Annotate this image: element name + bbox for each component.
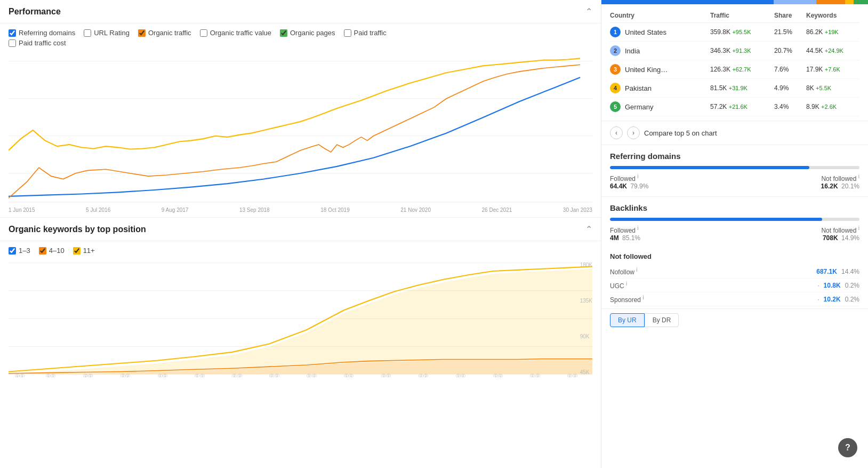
cb-organic-value[interactable]: Organic traffic value <box>200 29 271 37</box>
cb-referring-domains-input[interactable] <box>9 29 16 37</box>
cb-4-10-label: 4–10 <box>49 247 65 255</box>
cb-11plus-label: 11+ <box>83 247 95 255</box>
cb-organic-traffic[interactable]: Organic traffic <box>138 29 191 37</box>
kw-us: 86.2K +19K <box>806 28 859 36</box>
table-header: Country Traffic Share Keywords <box>610 9 859 23</box>
nf-ugc-label: UGC i <box>610 281 627 290</box>
svg-text:ⓖⓖ: ⓖⓖ <box>83 373 93 377</box>
cb-url-rating-input[interactable] <box>84 29 91 37</box>
cb-paid-cost-label: Paid traffic cost <box>19 39 66 47</box>
col-country: Country <box>610 12 710 19</box>
ref-followed-pct: 79.9% <box>630 183 648 190</box>
ref-followed-label: Followed i <box>610 175 639 183</box>
cb-1-3-input[interactable] <box>9 247 16 255</box>
kw-svg: ⓖⓖ ⓖⓖ ⓖⓖ ⓖⓖ ⓖⓖ ⓖⓖ ⓖⓖ ⓖⓖ ⓖⓖ ⓖⓖ ⓖⓖ ⓖⓖ ⓖⓖ ⓖ… <box>9 260 592 377</box>
col-traffic: Traffic <box>710 12 774 19</box>
backlinks-progress-fill <box>610 218 822 221</box>
badge-de: 5 <box>610 101 621 112</box>
svg-text:ⓖⓖ: ⓖⓖ <box>493 373 503 377</box>
traffic-us: 359.8K +95.5K <box>710 28 774 36</box>
country-cell-pk: 4 Pakistan <box>610 83 710 93</box>
by-dr-button[interactable]: By DR <box>645 313 679 327</box>
organic-keywords-section: Organic keywords by top position ⌃ 1–3 4… <box>0 217 601 377</box>
table-row: 2 India 346.3K +91.3K 20.7% 44.5K +24.9K <box>610 42 859 60</box>
country-name-in: India <box>625 47 640 55</box>
cb-11plus-input[interactable] <box>73 247 81 255</box>
x-label-8: 30 Jan 2023 <box>563 207 592 213</box>
help-button[interactable]: ? <box>838 438 857 457</box>
nf-ugc-info[interactable]: i <box>626 281 627 287</box>
cb-1-3[interactable]: 1–3 <box>9 247 30 255</box>
x-label-5: 18 Oct 2019 <box>320 207 349 213</box>
ref-notfollowed-info-icon[interactable]: i <box>858 173 859 179</box>
cb-paid-traffic-label: Paid traffic <box>354 29 387 37</box>
country-name-us: United States <box>625 28 666 36</box>
by-ur-button[interactable]: By UR <box>610 313 645 327</box>
cb-organic-pages[interactable]: Organic pages <box>280 29 335 37</box>
ref-followed-info-icon[interactable]: i <box>637 173 638 179</box>
country-name-de: Germany <box>625 103 653 111</box>
organic-keywords-header: Organic keywords by top position ⌃ <box>0 218 601 241</box>
y-label-180k: 180K <box>580 262 592 268</box>
nf-nofollow-info[interactable]: i <box>636 267 637 273</box>
backlinks-section: Backlinks Followed i 4M 85.1% Not follow… <box>601 196 868 248</box>
nf-nofollow-pct: 14.4% <box>841 268 859 275</box>
performance-title: Performance <box>9 7 61 17</box>
nf-sponsored-dot: · <box>817 296 819 303</box>
badge-pk: 4 <box>610 83 621 93</box>
bl-followed-info-icon[interactable]: i <box>637 225 638 231</box>
bl-followed-pct: 85.1% <box>622 234 640 242</box>
x-label-1: 1 Jun 2015 <box>9 207 35 213</box>
share-uk: 7.6% <box>774 66 806 73</box>
next-button[interactable]: › <box>627 126 640 139</box>
referring-domains-section: Referring domains Followed i 64.4K 79.9%… <box>601 145 868 196</box>
organic-keywords-chart: 180K 135K 90K 45K ⓖⓖ ⓖⓖ ⓖⓖ <box>0 260 601 377</box>
organic-collapse-icon[interactable]: ⌃ <box>585 224 592 234</box>
table-row: 4 Pakistan 81.5K +31.9K 4.9% 8K +5.5K <box>610 79 859 98</box>
right-panel: Country Traffic Share Keywords 1 United … <box>601 0 868 468</box>
ref-domains-progress-bg <box>610 166 859 169</box>
table-row: 5 Germany 57.2K +21.6K 3.4% 8.9K +2.6K <box>610 98 859 116</box>
backlinks-row: Followed i 4M 85.1% Not followed i 708K … <box>610 225 859 242</box>
ref-notfollowed-val: 16.2K <box>821 183 838 190</box>
svg-text:ⓖⓖ: ⓖⓖ <box>567 373 577 377</box>
col-keywords: Keywords <box>806 12 859 19</box>
share-de: 3.4% <box>774 103 806 110</box>
kw-checkboxes: 1–3 4–10 11+ <box>0 241 601 260</box>
cb-paid-cost-input[interactable] <box>9 39 16 47</box>
cb-url-rating[interactable]: URL Rating <box>84 29 130 37</box>
cb-organic-value-input[interactable] <box>200 29 207 37</box>
cb-organic-pages-input[interactable] <box>280 29 287 37</box>
cb-4-10-input[interactable] <box>39 247 46 255</box>
compare-text: Compare top 5 on chart <box>644 129 717 137</box>
collapse-icon[interactable]: ⌃ <box>585 6 592 17</box>
x-label-4: 13 Sep 2018 <box>239 207 270 213</box>
prev-button[interactable]: ‹ <box>610 126 623 139</box>
top-bar-lblue <box>774 0 817 4</box>
cb-referring-domains-label: Referring domains <box>19 29 75 37</box>
traffic-in: 346.3K +91.3K <box>710 47 774 54</box>
cb-organic-value-label: Organic traffic value <box>210 29 271 37</box>
cb-paid-traffic[interactable]: Paid traffic <box>344 29 387 37</box>
country-name-uk: United King… <box>625 66 668 74</box>
top-bar-orange <box>816 0 845 4</box>
bl-notfollowed-info-icon[interactable]: i <box>858 225 859 231</box>
x-label-2: 5 Jul 2016 <box>86 207 110 213</box>
cb-paid-traffic-input[interactable] <box>344 29 351 37</box>
cb-11plus[interactable]: 11+ <box>73 247 95 255</box>
performance-header: Performance ⌃ <box>0 0 601 23</box>
country-cell-us: 1 United States <box>610 27 710 37</box>
cb-paid-cost[interactable]: Paid traffic cost <box>9 39 592 47</box>
nf-sponsored-info[interactable]: i <box>642 295 644 300</box>
nf-ugc-pct: 0.2% <box>845 282 859 289</box>
left-panel: Performance ⌃ Referring domains URL Rati… <box>0 0 601 468</box>
top-bar-green <box>854 0 868 4</box>
nf-row-ugc: UGC i · 10.8K 0.2% <box>610 279 859 292</box>
cb-4-10[interactable]: 4–10 <box>39 247 65 255</box>
cb-referring-domains[interactable]: Referring domains <box>9 29 75 37</box>
not-followed-section: Not followed Nofollow i 687.1K 14.4% UGC… <box>601 248 868 308</box>
performance-svg: ⓖ ⓖ ⓖ ⓖ ⓖ ⓖ ⓖ ⓖ ⓖ ⓖ ⓖ ⓖ ⓖ ⓖ ⓖ ⓖ ⓖ ⓖ ⓖ ⓖ … <box>9 55 592 205</box>
nf-nofollow-label: Nofollow i <box>610 267 638 276</box>
cb-organic-traffic-input[interactable] <box>138 29 146 37</box>
svg-text:ⓖⓖ: ⓖⓖ <box>15 373 25 377</box>
